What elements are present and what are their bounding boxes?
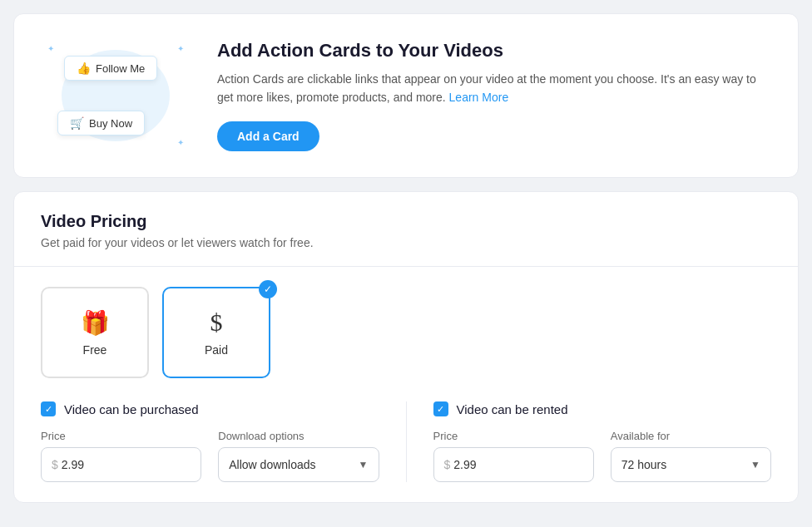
card-follow-label: Follow Me bbox=[96, 62, 145, 75]
action-cards-section: ✦ ✦ ✦ 👍 Follow Me 🛒 Buy Now Add Action C… bbox=[13, 13, 799, 178]
pricing-header: Video Pricing Get paid for your videos o… bbox=[14, 192, 798, 267]
purchase-download-field: Download options Allow downloads No down… bbox=[218, 430, 379, 482]
rental-price-field: Price $ bbox=[433, 430, 594, 482]
pricing-card-paid[interactable]: ✓ $ Paid bbox=[162, 287, 270, 378]
download-chevron-icon: ▼ bbox=[359, 459, 369, 470]
pricing-title: Video Pricing bbox=[41, 212, 771, 231]
purchase-download-select-wrapper: Allow downloads No downloads ▼ bbox=[218, 447, 379, 482]
decoration-dot-br: ✦ bbox=[177, 138, 184, 147]
video-pricing-section: Video Pricing Get paid for your videos o… bbox=[13, 191, 799, 503]
purchase-price-label: Price bbox=[41, 430, 201, 442]
rental-price-input[interactable] bbox=[453, 458, 582, 471]
rental-available-select[interactable]: 24 hours 48 hours 72 hours 1 week bbox=[621, 458, 750, 471]
rental-available-select-wrapper: 24 hours 48 hours 72 hours 1 week ▼ bbox=[611, 447, 771, 482]
action-cards-title: Add Action Cards to Your Videos bbox=[217, 40, 771, 62]
pricing-row: ✓ Video can be purchased Price $ Downloa… bbox=[41, 401, 771, 482]
rental-col: ✓ Video can be rented Price $ Available … bbox=[433, 401, 772, 482]
pricing-body: 🎁 Free ✓ $ Paid ✓ Video can be purchased… bbox=[14, 267, 798, 502]
rental-available-field: Available for 24 hours 48 hours 72 hours… bbox=[611, 430, 771, 482]
action-cards-illustration: ✦ ✦ ✦ 👍 Follow Me 🛒 Buy Now bbox=[41, 37, 191, 154]
action-cards-content: Add Action Cards to Your Videos Action C… bbox=[217, 40, 771, 152]
pricing-card-free[interactable]: 🎁 Free bbox=[41, 287, 149, 378]
pricing-divider bbox=[406, 401, 407, 482]
rental-price-label: Price bbox=[433, 430, 594, 442]
cart-icon: 🛒 bbox=[70, 116, 84, 130]
rental-price-input-wrapper: $ bbox=[433, 447, 594, 482]
card-buynow: 🛒 Buy Now bbox=[57, 111, 145, 135]
decoration-dot-tl: ✦ bbox=[47, 44, 54, 53]
thumbs-up-icon: 👍 bbox=[77, 62, 91, 75]
pricing-card-free-label: Free bbox=[83, 343, 107, 357]
card-buynow-label: Buy Now bbox=[89, 117, 132, 130]
rental-available-label: Available for bbox=[611, 430, 771, 442]
purchase-price-input[interactable] bbox=[62, 458, 191, 471]
gift-icon: 🎁 bbox=[81, 309, 110, 337]
rental-checkbox[interactable]: ✓ bbox=[433, 401, 448, 416]
action-cards-description: Action Cards are clickable links that ap… bbox=[217, 70, 771, 107]
selected-check-badge: ✓ bbox=[259, 280, 277, 298]
decoration-dot-tr: ✦ bbox=[177, 44, 184, 53]
purchase-price-field: Price $ bbox=[41, 430, 201, 482]
rental-price-prefix: $ bbox=[444, 458, 451, 471]
purchase-download-label: Download options bbox=[218, 430, 379, 442]
rental-checkbox-row: ✓ Video can be rented bbox=[433, 401, 772, 416]
dollar-icon: $ bbox=[210, 308, 223, 337]
learn-more-link[interactable]: Learn More bbox=[449, 91, 509, 104]
purchase-checkbox-row: ✓ Video can be purchased bbox=[41, 401, 379, 416]
purchase-fields: Price $ Download options Allow downloads… bbox=[41, 430, 379, 482]
available-chevron-icon: ▼ bbox=[750, 459, 760, 470]
add-card-button[interactable]: Add a Card bbox=[217, 121, 319, 151]
rental-fields: Price $ Available for 24 hours 48 hours bbox=[433, 430, 772, 482]
purchase-price-input-wrapper: $ bbox=[41, 447, 201, 482]
pricing-options: 🎁 Free ✓ $ Paid bbox=[41, 287, 771, 378]
purchase-checkbox[interactable]: ✓ bbox=[41, 401, 56, 416]
purchase-price-prefix: $ bbox=[52, 458, 58, 471]
pricing-card-paid-label: Paid bbox=[205, 343, 228, 357]
card-follow: 👍 Follow Me bbox=[64, 56, 157, 81]
purchase-col: ✓ Video can be purchased Price $ Downloa… bbox=[41, 401, 379, 482]
rental-checkbox-label: Video can be rented bbox=[457, 402, 568, 416]
pricing-subtitle: Get paid for your videos or let viewers … bbox=[41, 236, 771, 249]
purchase-checkbox-label: Video can be purchased bbox=[64, 402, 199, 416]
purchase-download-select[interactable]: Allow downloads No downloads bbox=[229, 458, 358, 471]
